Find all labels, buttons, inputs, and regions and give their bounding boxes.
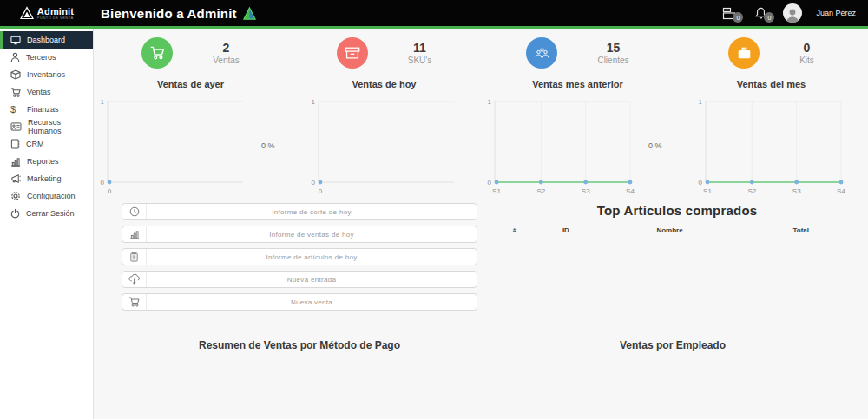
charts-row: Ventas de ayer 1 0 0 0 % Ventas de hoy <box>94 79 868 199</box>
informe-corte-button[interactable]: Informe de corte de hoy <box>122 203 477 220</box>
sidebar-item-reportes[interactable]: Reportes <box>0 153 93 170</box>
page-title: Bienvenido a Adminit <box>101 6 257 21</box>
svg-text:0: 0 <box>319 187 323 195</box>
svg-text:1: 1 <box>488 98 492 106</box>
bar-chart-icon <box>122 226 147 242</box>
column-header-num: # <box>495 226 535 234</box>
chart-percent-label: 0 % <box>636 141 671 150</box>
sparkline-chart: 1 0 S1 S2 S3 S4 <box>484 93 636 199</box>
cart-icon <box>122 294 147 310</box>
clock-icon <box>122 204 147 219</box>
informe-articulos-button[interactable]: Informe de artículos de hoy <box>122 248 477 265</box>
sidebar-item-inventarios[interactable]: Inventarios <box>0 66 93 83</box>
adminit-color-triangle-icon <box>242 6 257 21</box>
svg-text:S4: S4 <box>626 187 635 195</box>
sidebar-item-recursos-humanos[interactable]: Recursos Humanos <box>0 118 93 135</box>
ventas-por-empleado-title: Ventas por Empleado <box>620 339 726 351</box>
informe-ventas-button[interactable]: Informe de ventas de hoy <box>122 226 477 243</box>
button-label: Nueva venta <box>147 298 477 306</box>
stat-value: 2 <box>213 41 240 55</box>
brand-name: Adminit <box>37 7 74 16</box>
column-header-nombre: Nombre <box>597 226 743 234</box>
button-label: Informe de ventas de hoy <box>147 231 477 239</box>
svg-text:S2: S2 <box>747 187 756 195</box>
chart-percent-label: 0 % <box>249 141 284 150</box>
sidebar-item-label: Dashboard <box>27 36 65 44</box>
svg-text:1: 1 <box>699 98 703 106</box>
main-content: 2 Ventas 11 SKU's <box>94 29 868 419</box>
cloud-download-icon <box>122 272 147 287</box>
person-icon <box>785 7 800 23</box>
bottom-charts-row: Resumen de Ventas por Método de Pago Ven… <box>94 337 868 352</box>
chart-title: Ventas de hoy <box>287 79 481 89</box>
svg-text:S1: S1 <box>703 187 712 195</box>
chart-title: Ventas mes anterior <box>481 79 674 89</box>
stat-clientes: 15 Clientes <box>481 35 674 71</box>
sidebar-item-finanzas[interactable]: $ Finanzas <box>0 101 93 118</box>
button-label: Nueva entrada <box>147 276 477 284</box>
person-icon <box>10 52 20 62</box>
svg-text:1: 1 <box>312 98 316 106</box>
sidebar-item-ventas[interactable]: Ventas <box>0 83 93 101</box>
stat-value: 0 <box>799 41 814 55</box>
sidebar-item-label: CRM <box>26 140 44 148</box>
dashboard-icon <box>10 36 21 45</box>
quick-actions: Informe de corte de hoy Informe de venta… <box>122 203 477 316</box>
stat-label: Ventas <box>213 56 240 65</box>
sidebar-item-label: Inventarios <box>27 70 65 79</box>
id-card-icon <box>10 122 22 131</box>
notifications-badge: 0 <box>764 12 774 23</box>
svg-text:S4: S4 <box>837 187 845 195</box>
user-name: Juan Pérez <box>816 9 856 17</box>
sparkline-chart: 1 0 S1 S2 S3 S4 <box>695 93 847 199</box>
svg-text:0: 0 <box>108 187 112 195</box>
svg-text:S1: S1 <box>492 187 501 195</box>
user-avatar[interactable] <box>783 3 802 23</box>
address-book-icon <box>10 139 20 149</box>
register-badge: 0 <box>733 12 743 23</box>
briefcase-icon <box>728 37 760 69</box>
chart-ventas-de-hoy: Ventas de hoy 1 0 0 <box>287 79 481 199</box>
stat-kits: 0 Kits <box>674 35 868 71</box>
sidebar-item-crm[interactable]: CRM <box>0 135 93 153</box>
svg-text:S2: S2 <box>536 187 545 195</box>
chart-ventas-de-ayer: Ventas de ayer 1 0 0 0 % <box>94 79 287 199</box>
stat-value: 11 <box>408 41 431 55</box>
chart-title: Ventas del mes <box>674 79 868 89</box>
sidebar-item-terceros[interactable]: Terceros <box>0 49 93 66</box>
bar-chart-icon <box>10 157 21 167</box>
resumen-metodo-pago-title: Resumen de Ventas por Método de Pago <box>199 339 400 351</box>
chart-title: Ventas de ayer <box>94 79 287 89</box>
button-label: Informe de artículos de hoy <box>147 253 477 261</box>
cart-icon <box>141 37 173 69</box>
app-logo[interactable]: Adminit PUNTO DE VENTA <box>0 6 94 20</box>
sidebar-item-label: Recursos Humanos <box>28 118 93 135</box>
sidebar-item-label: Cerrar Sesión <box>26 209 75 218</box>
top-articles-header-row: # ID Nombre Total <box>495 226 859 234</box>
cash-register-icon[interactable]: 0 <box>720 4 738 22</box>
sidebar-item-marketing[interactable]: Marketing <box>0 170 93 187</box>
svg-text:0: 0 <box>699 179 703 187</box>
sidebar-item-label: Terceros <box>26 53 56 62</box>
top-articles-section: Top Artículos comprados # ID Nombre Tota… <box>477 203 868 316</box>
stat-label: SKU's <box>408 56 431 65</box>
chart-ventas-mes-anterior: Ventas mes anterior 1 0 S1 <box>481 79 674 199</box>
dollar-icon: $ <box>10 104 21 115</box>
package-box-icon <box>10 69 21 80</box>
sidebar-item-dashboard[interactable]: Dashboard <box>0 31 93 49</box>
cart-icon <box>10 88 21 97</box>
nueva-venta-button[interactable]: Nueva venta <box>122 293 477 311</box>
sidebar-item-configuracion[interactable]: Configuración <box>0 187 93 205</box>
sidebar-item-label: Reportes <box>27 157 59 166</box>
column-header-id: ID <box>535 226 596 234</box>
sidebar-item-label: Ventas <box>27 88 51 96</box>
brand-tagline: PUNTO DE VENTA <box>37 16 74 20</box>
sidebar-item-cerrar-sesion[interactable]: Cerrar Sesión <box>0 205 93 222</box>
sidebar-item-label: Configuración <box>27 192 76 200</box>
svg-text:S3: S3 <box>792 187 801 195</box>
nueva-entrada-button[interactable]: Nueva entrada <box>122 271 477 288</box>
column-header-total: Total <box>743 226 859 234</box>
button-label: Informe de corte de hoy <box>147 208 477 216</box>
sidebar-item-label: Marketing <box>27 174 62 183</box>
notifications-bell-icon[interactable]: 0 <box>752 4 769 22</box>
